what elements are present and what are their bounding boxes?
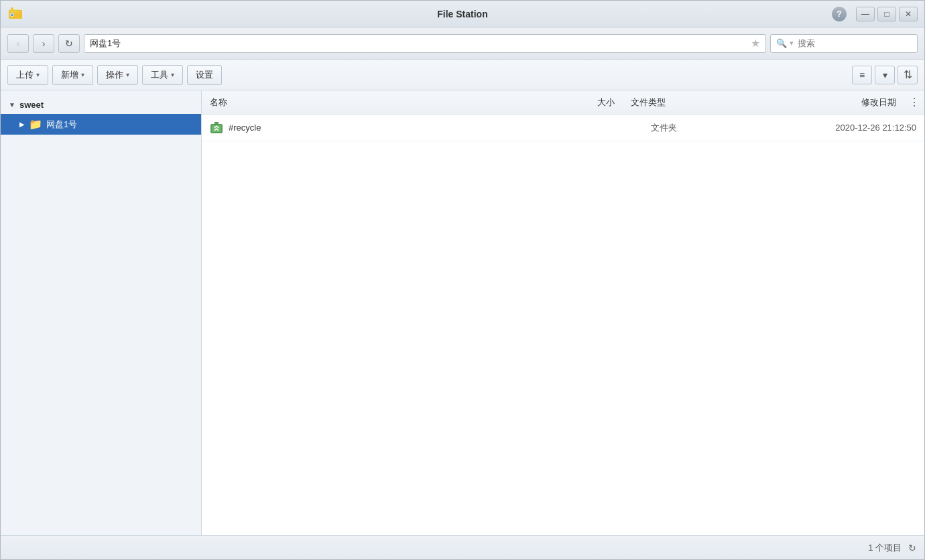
operate-label: 操作 [106,69,123,81]
file-list: 名称 大小 文件类型 修改日期 ⋮ #recycle 文 [202,90,924,535]
tools-arrow: ▾ [171,71,174,78]
new-label: 新增 [61,69,78,81]
app-logo [7,5,29,23]
main-window: File Station ? — □ ✕ ‹ › ↻ 网盘1号 ★ 🔍 ▾ 上传… [0,0,925,560]
list-view-icon: ≡ [859,70,865,80]
search-bar: 🔍 ▾ [770,34,918,53]
upload-label: 上传 [16,69,34,81]
main-area: ▼ sweet ▶ 📁 网盘1号 名称 大小 文件类型 修改日期 ⋮ [1,90,924,535]
search-icon: 🔍 [776,38,787,48]
operate-button[interactable]: 操作 ▾ [97,65,138,85]
tools-label: 工具 [151,69,168,81]
view-dropdown-button[interactable]: ▾ [875,66,895,84]
file-name-text: #recycle [229,123,261,133]
close-button[interactable]: ✕ [899,7,918,21]
sort-button[interactable]: ⇅ [898,66,918,84]
file-date-cell: 2020-12-26 21:12:50 [777,123,924,133]
svg-point-7 [11,13,13,15]
sort-icon: ⇅ [904,68,912,81]
maximize-button[interactable]: □ [877,7,896,21]
window-title: File Station [437,9,487,19]
file-name-cell: #recycle [202,121,576,135]
help-button[interactable]: ? [832,7,847,21]
status-bar: 1 个项目 ↻ [1,535,924,559]
back-button[interactable]: ‹ [7,34,29,53]
status-refresh-button[interactable]: ↻ [908,543,916,553]
recycle-icon [210,121,223,135]
sidebar-group-sweet: ▼ sweet ▶ 📁 网盘1号 [1,96,201,135]
status-count: 1 个项目 [868,542,902,554]
tools-button[interactable]: 工具 ▾ [142,65,183,85]
view-dropdown-arrow: ▾ [883,70,887,80]
new-arrow: ▾ [81,71,84,78]
title-controls: ? — □ ✕ [832,7,918,21]
nav-toolbar: ‹ › ↻ 网盘1号 ★ 🔍 ▾ [1,27,924,60]
forward-button[interactable]: › [33,34,54,53]
col-header-name: 名称 [202,96,556,109]
sidebar-item-disk1[interactable]: ▶ 📁 网盘1号 [1,114,201,135]
folder-arrow: ▶ [19,121,25,128]
settings-label: 设置 [196,69,213,81]
svg-point-4 [9,9,22,13]
nav-refresh-button[interactable]: ↻ [58,34,80,53]
table-row[interactable]: #recycle 文件夹 2020-12-26 21:12:50 [202,115,924,141]
settings-button[interactable]: 设置 [187,65,222,85]
upload-button[interactable]: 上传 ▾ [7,65,48,85]
search-dropdown[interactable]: ▾ [790,39,794,48]
sidebar-item-label: 网盘1号 [46,119,77,131]
svg-rect-11 [215,123,218,124]
action-toolbar: 上传 ▾ 新增 ▾ 操作 ▾ 工具 ▾ 设置 ≡ ▾ ⇅ [1,60,924,90]
sidebar: ▼ sweet ▶ 📁 网盘1号 [1,90,202,535]
file-type-cell: 文件夹 [643,122,777,134]
minimize-button[interactable]: — [856,7,875,21]
title-bar: File Station ? — □ ✕ [1,1,924,27]
col-header-more[interactable]: ⋮ [904,96,924,109]
col-header-date: 修改日期 [757,96,904,109]
upload-arrow: ▾ [36,71,40,78]
sidebar-group-label: sweet [19,100,44,110]
favorite-icon[interactable]: ★ [751,37,760,50]
col-header-type: 文件类型 [623,96,757,109]
file-rows-container: #recycle 文件夹 2020-12-26 21:12:50 [202,115,924,141]
operate-arrow: ▾ [126,71,129,78]
path-text: 网盘1号 [90,38,745,50]
view-controls: ≡ ▾ ⇅ [852,66,918,84]
col-header-size: 大小 [556,96,623,109]
new-button[interactable]: 新增 ▾ [52,65,93,85]
search-input[interactable] [798,38,912,48]
list-view-button[interactable]: ≡ [852,66,872,84]
sidebar-group-header[interactable]: ▼ sweet [1,96,201,114]
group-arrow: ▼ [9,101,15,109]
folder-icon: 📁 [29,118,42,131]
path-bar: 网盘1号 ★ [84,34,766,53]
file-list-header: 名称 大小 文件类型 修改日期 ⋮ [202,90,924,115]
refresh-icon: ↻ [65,38,73,49]
